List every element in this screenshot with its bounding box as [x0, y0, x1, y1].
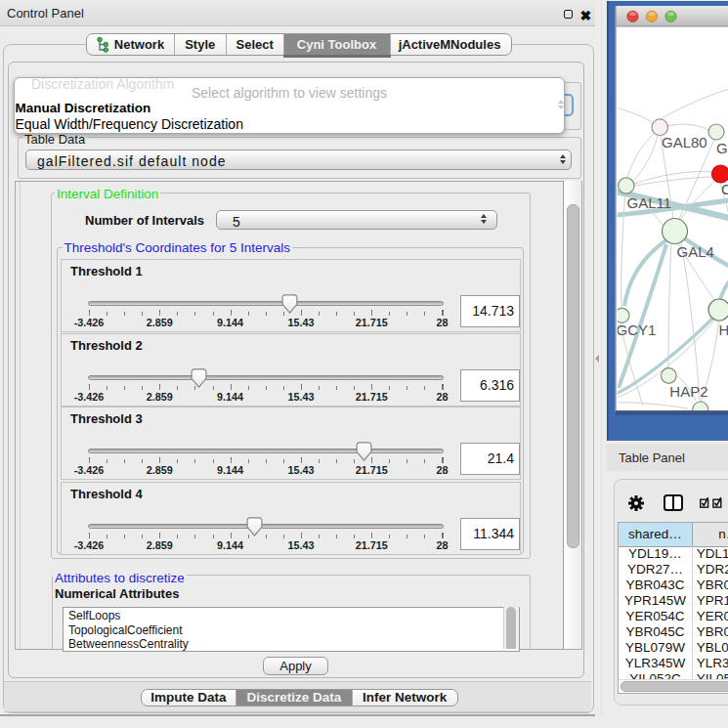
svg-text:HAP2: HAP2: [669, 383, 707, 400]
svg-text:GAL4: GAL4: [677, 243, 714, 260]
svg-text:GCY1: GCY1: [617, 321, 657, 338]
svg-text:CR: CR: [721, 181, 728, 197]
svg-text:GA: GA: [716, 140, 728, 156]
svg-text:H: H: [719, 321, 728, 338]
svg-text:GAL11: GAL11: [627, 194, 672, 211]
svg-text:GAL80: GAL80: [662, 134, 707, 150]
